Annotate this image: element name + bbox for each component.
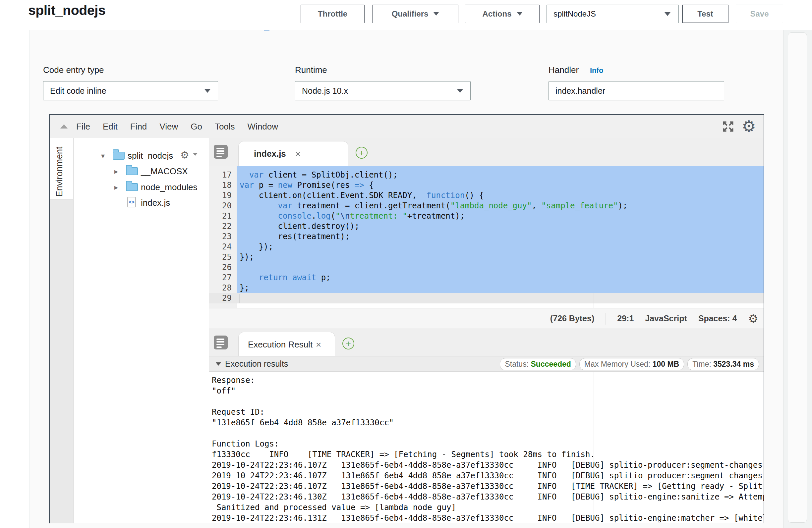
code-entry-type-value: Edit code inline	[43, 86, 204, 96]
editor-settings-gear-icon[interactable]: ⚙	[742, 116, 756, 137]
function-title: split_nodejs	[28, 3, 105, 18]
lambda-console-page: * . . : . . ::: . split_nodejs Throttle …	[0, 0, 812, 528]
code-viewport[interactable]: }); 17 var client = SplitObj.client();18…	[209, 166, 764, 308]
line-number: 29	[209, 293, 232, 304]
plus-glyph: +	[359, 148, 364, 158]
status-item-3[interactable]: Spaces: 4	[698, 314, 737, 323]
chevron-down-icon	[434, 12, 439, 16]
print-margin-ruler	[594, 293, 594, 308]
chevron-down-icon	[517, 12, 522, 16]
editor-menubar: FileEditFindViewGoToolsWindow ⚙	[50, 115, 764, 138]
menu-item-tools[interactable]: Tools	[215, 121, 235, 132]
folder-icon	[113, 152, 125, 160]
chevron-down-icon	[204, 89, 211, 93]
status-item-0: (726 Bytes)	[550, 314, 594, 323]
close-tab-icon[interactable]: ×	[295, 149, 301, 159]
menu-item-view[interactable]: View	[159, 121, 178, 132]
menu-item-go[interactable]: Go	[191, 121, 202, 132]
log-line-6: Function Logs:	[212, 439, 279, 449]
editor-status-bar: (726 Bytes)29:1JavaScriptSpaces: 4 ⚙	[209, 308, 764, 328]
code-line-20: var treatment = client.getTreatment("lam…	[240, 201, 627, 211]
menu-item-find[interactable]: Find	[130, 121, 147, 132]
log-line-8: 2019-10-24T22:23:46.107Z 131e865f-6eb4-4…	[212, 460, 763, 470]
log-line-4: "131e865f-6eb4-4dd8-858e-a37ef13330cc"	[212, 417, 394, 428]
runtime-select[interactable]: Node.js 10.x	[295, 81, 470, 100]
execution-results-header: Execution results Status: SucceededMax M…	[209, 356, 764, 372]
code-line-27: return await p;	[240, 273, 331, 283]
code-line-22: client.destroy();	[240, 221, 359, 232]
plus-glyph: +	[346, 339, 351, 349]
chevron-down-icon	[457, 89, 463, 93]
editor-tab-label: index.js	[254, 149, 286, 159]
file-tree-panel: ▾split_nodejs⚙▸__MACOSX▸node_modules<>in…	[74, 138, 209, 523]
handler-input-value: index.handler	[549, 86, 724, 96]
editor-tabstrip: index.js × +	[209, 138, 764, 166]
menu-item-file[interactable]: File	[76, 121, 90, 132]
tree-settings-gear-icon[interactable]: ⚙	[180, 149, 189, 161]
tree-item-node-modules[interactable]: ▸node_modules	[74, 180, 209, 194]
log-line-13: 2019-10-24T22:23:46.131Z 131e865f-6eb4-4…	[212, 513, 764, 523]
line-number: 26	[209, 262, 232, 273]
caret-down-icon[interactable]: ▾	[101, 152, 105, 160]
tab-list-icon[interactable]	[214, 336, 228, 350]
line-number: 22	[209, 221, 232, 232]
execution-results-output[interactable]: Response:"off"Request ID:"131e865f-6eb4-…	[209, 372, 764, 523]
page-scrollbar-thumb[interactable]	[788, 32, 807, 523]
log-line-9: 2019-10-24T22:23:46.107Z 131e865f-6eb4-4…	[212, 470, 763, 481]
status-settings-gear-icon[interactable]: ⚙	[748, 312, 758, 325]
code-line-23: res(treatment);	[240, 232, 350, 242]
collapse-editor-icon[interactable]	[60, 124, 68, 129]
code-entry-type-label: Code entry type	[43, 65, 104, 75]
throttle-button[interactable]: Throttle	[301, 5, 365, 23]
tree-item-index-js[interactable]: <>index.js	[74, 196, 209, 209]
tree-item-label: index.js	[141, 198, 170, 208]
line-number: 24	[209, 242, 232, 252]
tab-list-icon[interactable]	[214, 145, 228, 159]
editor-tab-indexjs[interactable]: index.js ×	[238, 141, 348, 166]
page-header: split_nodejs Throttle Qualifiers Actions…	[0, 0, 812, 30]
execution-results-title: Execution results	[225, 359, 288, 369]
line-number: 20	[209, 201, 232, 211]
line-number: 19	[209, 190, 232, 201]
runtime-label: Runtime	[295, 65, 327, 75]
editor-pane: index.js × + }); 17 var client = SplitOb…	[209, 138, 764, 523]
fullscreen-icon[interactable]	[722, 120, 735, 133]
close-tab-icon[interactable]: ×	[316, 339, 321, 350]
menu-item-window[interactable]: Window	[248, 121, 278, 132]
handler-info-link[interactable]: Info	[590, 66, 603, 75]
save-button[interactable]: Save	[736, 5, 783, 23]
handler-input[interactable]: index.handler	[549, 81, 724, 100]
caret-right-icon[interactable]: ▸	[114, 183, 118, 192]
results-tab-label: Execution Result	[248, 339, 313, 350]
log-line-7: f13330cc INFO [TIME TRACKER] => [Fetchin…	[212, 449, 595, 460]
menu-item-edit[interactable]: Edit	[103, 121, 118, 132]
environment-tab[interactable]: Environment	[50, 138, 73, 200]
chevron-down-icon	[665, 12, 670, 16]
result-badge-0: Status: Succeeded	[500, 358, 576, 370]
side-tabstrip: Environment	[50, 138, 74, 523]
caret-right-icon[interactable]: ▸	[114, 167, 118, 176]
test-event-selected-value: splitNodeJS	[547, 9, 665, 18]
new-tab-icon[interactable]: +	[342, 338, 354, 350]
tree-item--macosx[interactable]: ▸__MACOSX	[74, 165, 209, 178]
new-tab-icon[interactable]: +	[356, 147, 367, 159]
status-item-1[interactable]: 29:1	[617, 314, 634, 323]
test-button[interactable]: Test	[682, 5, 728, 23]
tree-item-split-nodejs[interactable]: ▾split_nodejs⚙	[74, 149, 209, 162]
line-number: 25	[209, 252, 232, 262]
folder-icon	[126, 167, 138, 175]
log-line-10: 2019-10-24T22:23:46.107Z 131e865f-6eb4-4…	[212, 481, 763, 492]
code-entry-type-select[interactable]: Edit code inline	[43, 81, 218, 100]
environment-tab-label: Environment	[54, 142, 64, 197]
qualifiers-dropdown-button[interactable]: Qualifiers	[372, 5, 458, 23]
js-file-icon: <>	[127, 197, 136, 207]
line-number: 28	[209, 283, 232, 293]
throttle-button-label: Throttle	[318, 9, 347, 18]
log-line-12: Sanitized and processed value => [lambda…	[212, 502, 456, 513]
collapse-results-icon[interactable]	[216, 362, 221, 366]
runtime-value: Node.js 10.x	[295, 86, 457, 96]
test-event-select[interactable]: splitNodeJS	[547, 5, 679, 23]
execution-result-tab[interactable]: Execution Result ×	[238, 332, 335, 357]
status-item-2[interactable]: JavaScript	[645, 314, 687, 323]
actions-dropdown-button[interactable]: Actions	[465, 5, 539, 23]
